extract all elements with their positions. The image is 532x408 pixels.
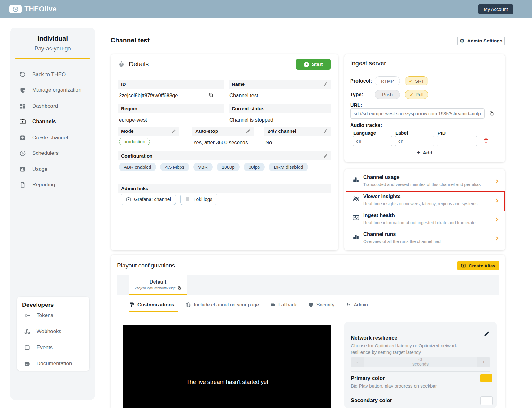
copy-alias-id-icon[interactable]	[177, 286, 181, 290]
sidebar-item-label: Manage organization	[32, 87, 81, 93]
alias-name: Default	[150, 279, 166, 285]
alias-id-value: 2zejcol8bjtt87faw0ff688qe	[135, 286, 176, 290]
config-chip: VBR	[193, 163, 213, 171]
type-pull-button[interactable]: ✓ Pull	[405, 90, 428, 99]
start-button[interactable]: Start	[296, 59, 331, 70]
admin-settings-button[interactable]: ⚙ Admin Settings	[457, 36, 505, 46]
start-label: Start	[312, 62, 323, 67]
sidebar-item-channels[interactable]: Channels	[19, 117, 56, 126]
tab-security[interactable]: Security	[308, 302, 334, 308]
sidebar-item-label: Create channel	[32, 135, 68, 141]
latency-stepper: - <1 seconds +	[351, 357, 490, 367]
latency-value: <1	[418, 358, 423, 362]
url-input[interactable]	[350, 108, 485, 119]
primary-color-swatch[interactable]	[480, 374, 492, 382]
sidebar-item-schedulers[interactable]: Schedulers	[19, 149, 59, 158]
shield-account-icon	[19, 87, 26, 93]
sidebar-item-create-channel[interactable]: Create channel	[19, 133, 68, 142]
channel247-label: 24/7 channel	[268, 128, 296, 134]
playout-title: Playout configurations	[117, 262, 175, 269]
edit-network-resilience-icon[interactable]	[484, 331, 490, 337]
copy-id-icon[interactable]	[208, 92, 214, 98]
sidebar-item-events[interactable]: Events	[24, 344, 53, 352]
edit-mode-icon[interactable]	[171, 129, 176, 134]
sidebar-item-label: Usage	[32, 166, 47, 172]
config-chip: 4.5 Mbps	[160, 163, 189, 171]
my-account-button[interactable]: My Account	[478, 4, 513, 14]
id-value: 2zejcol8bjtt87faw0ff688qe	[119, 93, 178, 98]
chevron-right-icon	[493, 178, 500, 185]
chart-box-icon	[19, 166, 26, 173]
autostop-label: Auto-stop	[195, 128, 218, 134]
audio-pid-input[interactable]	[437, 136, 477, 146]
edit-name-icon[interactable]	[323, 82, 328, 87]
audio-language-input[interactable]	[353, 136, 392, 146]
copy-url-icon[interactable]	[489, 111, 494, 116]
channel247-label-strip: 24/7 channel	[264, 127, 331, 136]
sidebar-item-tokens[interactable]: Tokens	[24, 311, 53, 319]
sidebar-item-usage[interactable]: Usage	[19, 165, 47, 174]
sidebar-item-dashboard[interactable]: Dashboard	[19, 102, 58, 111]
video-player[interactable]: The live stream hasn't started yet	[123, 325, 331, 408]
audio-label-input[interactable]	[395, 136, 434, 146]
channel-runs-row[interactable]: Channel runs Overview of all the runs th…	[344, 229, 505, 248]
config-chip: DRM disabled	[269, 163, 308, 171]
sidebar-item-documentation[interactable]: Documentation	[24, 360, 72, 368]
alias-id: 2zejcol8bjtt87faw0ff688qe	[135, 286, 181, 290]
protocol-rtmp-button[interactable]: RTMP	[375, 76, 400, 85]
chevron-right-icon	[493, 235, 500, 242]
clock-icon	[19, 150, 26, 157]
ingest-divider	[350, 72, 499, 72]
grafana-channel-button[interactable]: Grafana: channel	[121, 194, 176, 205]
latency-unit: seconds	[412, 362, 429, 367]
brand-logo[interactable]: THEOlive	[9, 5, 57, 13]
edit-autostop-icon[interactable]	[246, 129, 251, 134]
gear-icon: ⚙	[460, 38, 464, 44]
type-push-button[interactable]: Push	[375, 90, 400, 99]
audio-language-header: Language	[353, 130, 376, 136]
sidebar-item-label: Channels	[32, 119, 56, 125]
ingest-health-desc: Real-time information about ingested bit…	[363, 220, 476, 225]
sidebar-item-webhooks[interactable]: Webhooks	[24, 328, 61, 336]
tab-customizations[interactable]: Customizations	[129, 302, 174, 308]
create-alias-button[interactable]: Create Alias	[457, 261, 499, 270]
channel-usage-row[interactable]: Channel usage Transcoded and viewed minu…	[344, 172, 505, 191]
tab-admin[interactable]: Admin	[345, 302, 368, 308]
secondary-color-swatch[interactable]	[480, 396, 493, 405]
customization-panel: Network resilience Choose for Optimized …	[344, 322, 497, 408]
sidebar-item-back-to-theo[interactable]: Back to THEO	[19, 70, 66, 79]
status-label: Current status	[232, 106, 264, 111]
viewer-insights-row[interactable]: Viewer insights Real-time insights on vi…	[344, 191, 505, 210]
sidebar-item-reporting[interactable]: Reporting	[19, 180, 55, 189]
ingest-health-row[interactable]: Ingest health Real-time information abou…	[344, 210, 505, 229]
delete-audio-track-icon[interactable]	[483, 138, 489, 144]
protocol-srt-button[interactable]: ✓ SRT	[405, 76, 428, 85]
ingest-title: Ingest server	[350, 60, 386, 67]
sidebar-item-label: Tokens	[37, 312, 53, 319]
loki-logs-button[interactable]: Loki logs	[180, 194, 217, 205]
stepper-minus-button[interactable]: -	[351, 357, 364, 367]
autostop-label-strip: Auto-stop	[192, 127, 254, 136]
audio-label-header: Label	[395, 130, 408, 136]
details-header: Details	[118, 60, 149, 68]
play-logo-icon	[9, 5, 22, 13]
add-audio-track-button[interactable]: + Add	[344, 150, 505, 156]
org-name: Individual	[10, 35, 95, 42]
tab-fallback[interactable]: Fallback	[270, 302, 297, 308]
ingest-server-card: Ingest server Protocol: RTMP ✓ SRT Type:…	[344, 54, 505, 162]
details-divider	[118, 76, 338, 76]
edit-configuration-icon[interactable]	[323, 154, 328, 158]
channel-runs-title: Channel runs	[363, 231, 396, 237]
edit-channel247-icon[interactable]	[323, 129, 328, 134]
loki-logs-label: Loki logs	[194, 197, 212, 202]
sidebar-item-label: Events	[37, 345, 53, 351]
type-pull-label: Pull	[416, 92, 423, 97]
sidebar-item-label: Dashboard	[32, 103, 58, 109]
alias-tab-default[interactable]: Default 2zejcol8bjtt87faw0ff688qe	[129, 275, 187, 295]
title-divider	[111, 49, 505, 49]
playout-tabs: Customizations Include channel on your p…	[129, 299, 368, 311]
stepper-plus-button[interactable]: +	[477, 357, 490, 367]
tab-include-channel[interactable]: Include channel on your page	[185, 302, 259, 308]
sidebar-item-manage-organization[interactable]: Manage organization	[19, 86, 81, 94]
file-icon	[19, 181, 26, 188]
